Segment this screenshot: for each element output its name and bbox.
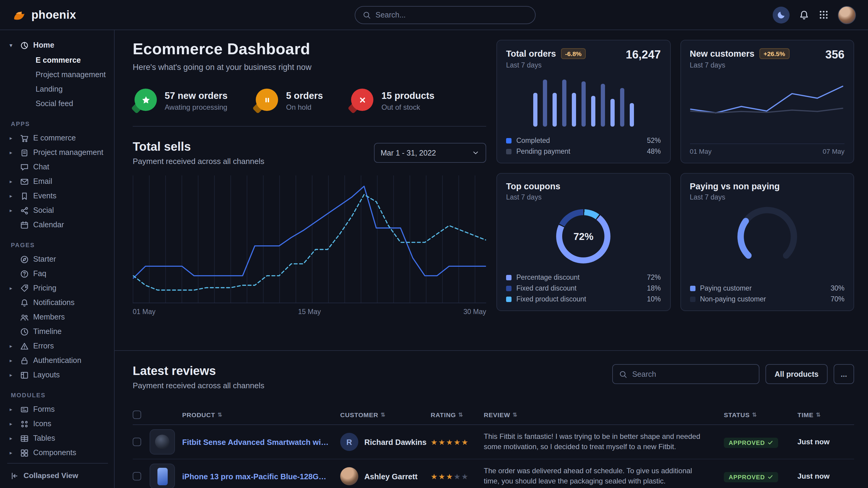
sidebar-item-forms[interactable]: ▸ Forms xyxy=(7,402,108,417)
new-customers-line-chart xyxy=(690,77,844,129)
collapse-sidebar-icon xyxy=(10,471,19,480)
sidebar-item-starter[interactable]: Starter xyxy=(7,252,108,266)
sidebar-item-social[interactable]: ▸ Social xyxy=(7,203,108,218)
sidebar-section-apps: APPS xyxy=(11,121,108,127)
phoenix-logo-icon xyxy=(12,7,27,22)
order-bar xyxy=(620,88,624,127)
layout-icon xyxy=(20,370,29,380)
product-link[interactable]: iPhone 13 pro max-Pacific Blue-128GB sto… xyxy=(182,472,340,481)
stat-value: 5 orders xyxy=(286,90,323,101)
sidebar-item-members[interactable]: Members xyxy=(7,310,108,324)
theme-toggle-button[interactable] xyxy=(773,6,789,23)
reviews-search-input[interactable] xyxy=(632,370,753,378)
product-link[interactable]: Fitbit Sense Advanced Smartwatch with To… xyxy=(182,437,340,446)
customer-cell: Ashley Garrett xyxy=(340,467,431,485)
caret-down-icon: ▾ xyxy=(10,42,16,48)
card-title: Paying vs non paying xyxy=(690,182,780,191)
message-icon xyxy=(20,162,29,171)
column-header-rating[interactable]: RATING ⇅ xyxy=(431,411,484,418)
sidebar-item-icons[interactable]: ▸ Icons xyxy=(7,417,108,431)
sidebar-item-email[interactable]: ▸ Email xyxy=(7,174,108,189)
chevron-down-icon xyxy=(472,149,479,157)
sidebar-item-project-management[interactable]: Project management xyxy=(7,67,108,82)
x-tick: 07 May xyxy=(823,148,844,155)
caret-right-icon: ▸ xyxy=(10,150,16,156)
caret-right-icon: ▸ xyxy=(10,421,16,427)
sidebar-item-label: Timeline xyxy=(33,327,62,336)
navbar-search[interactable] xyxy=(354,6,535,24)
caret-right-icon: ▸ xyxy=(10,285,16,291)
customer-avatar: R xyxy=(340,433,358,451)
sidebar-item-tables[interactable]: ▸ Tables xyxy=(7,431,108,446)
top-navbar: phoenix xyxy=(0,0,868,30)
bell-icon xyxy=(799,9,809,20)
legend-value: 70% xyxy=(831,295,844,303)
legend-value: 48% xyxy=(647,148,661,155)
review-row[interactable]: Fitbit Sense Advanced Smartwatch with To… xyxy=(133,425,854,459)
collapsed-view-toggle[interactable]: Collapsed View xyxy=(7,463,108,488)
column-header-customer[interactable]: CUSTOMER ⇅ xyxy=(340,411,431,418)
column-header-review[interactable]: REVIEW ⇅ xyxy=(484,411,724,418)
navbar-actions xyxy=(773,6,856,24)
sidebar-item-label: Calendar xyxy=(33,221,64,229)
legend-fixed-product-discount: Fixed product discount 10% xyxy=(506,295,661,303)
clipboard-icon xyxy=(20,148,29,157)
caret-right-icon: ▸ xyxy=(10,178,16,185)
sidebar-item-notifications[interactable]: Notifications xyxy=(7,295,108,310)
notifications-button[interactable] xyxy=(799,9,809,20)
x-tick: 01 May xyxy=(690,148,711,155)
sidebar-item-errors[interactable]: ▸ Errors xyxy=(7,339,108,353)
bookmark-icon xyxy=(20,191,29,200)
caret-right-icon: ▸ xyxy=(10,406,16,412)
customer-name: Richard Dawkins xyxy=(364,437,427,446)
sidebar-item-home[interactable]: ▾ Home xyxy=(7,37,108,53)
chevron-down-icon xyxy=(472,149,479,157)
sidebar-item-project-management[interactable]: ▸ Project management xyxy=(7,145,108,160)
sidebar-item-e-commerce[interactable]: ▸ E commerce xyxy=(7,131,108,145)
sidebar-item-pricing[interactable]: ▸ Pricing xyxy=(7,281,108,295)
column-header-product[interactable]: PRODUCT ⇅ xyxy=(182,411,340,418)
sidebar-item-authentication[interactable]: ▸ Authentication xyxy=(7,353,108,368)
sort-icon: ⇅ xyxy=(752,412,757,418)
row-checkbox[interactable] xyxy=(133,438,141,446)
rating-stars: ★★★★★ xyxy=(431,437,484,446)
sidebar-item-chat[interactable]: Chat xyxy=(7,160,108,174)
sidebar-item-label: Members xyxy=(33,313,65,321)
stat-on-hold: 5 orders On hold xyxy=(254,89,323,113)
brand[interactable]: phoenix xyxy=(12,7,76,22)
reviews-subtitle: Payment received across all channels xyxy=(133,381,264,390)
new-customers-x-axis: 01 May 07 May xyxy=(690,143,844,155)
stat-label: On hold xyxy=(286,103,323,111)
date-range-select[interactable]: Mar 1 - 31, 2022 xyxy=(374,143,486,163)
sidebar-item-timeline[interactable]: Timeline xyxy=(7,324,108,339)
total-orders-card: Total orders -6.8% Last 7 days 16,247 Co… xyxy=(496,40,671,163)
sidebar-item-e-commerce[interactable]: E commerce xyxy=(7,53,108,67)
form-icon xyxy=(20,405,29,414)
sidebar-item-social-feed[interactable]: Social feed xyxy=(7,96,108,111)
sidebar-item-components[interactable]: ▸ Components xyxy=(7,446,108,460)
reviews-search[interactable] xyxy=(612,364,760,384)
sidebar-item-events[interactable]: ▸ Events xyxy=(7,189,108,203)
row-checkbox[interactable] xyxy=(133,472,141,481)
select-all-checkbox[interactable] xyxy=(133,410,141,419)
review-row[interactable]: iPhone 13 pro max-Pacific Blue-128GB sto… xyxy=(133,459,854,488)
navbar-search-input[interactable] xyxy=(375,11,527,19)
order-bar xyxy=(553,93,557,127)
sidebar-item-faq[interactable]: Faq xyxy=(7,266,108,281)
apps-grid-button[interactable] xyxy=(818,10,829,20)
caret-right-icon: ▸ xyxy=(10,193,16,199)
legend-label: Fixed card discount xyxy=(516,285,576,292)
sidebar-item-label: E commerce xyxy=(33,134,76,142)
column-header-time[interactable]: TIME ⇅ xyxy=(798,411,854,418)
column-header-status[interactable]: STATUS ⇅ xyxy=(724,411,798,418)
sidebar-item-layouts[interactable]: ▸ Layouts xyxy=(7,368,108,382)
more-options-button[interactable]: ... xyxy=(834,364,854,384)
sidebar-item-calendar[interactable]: Calendar xyxy=(7,218,108,232)
reviews-table-body: Fitbit Sense Advanced Smartwatch with To… xyxy=(133,425,854,488)
product-thumbnail xyxy=(150,429,175,455)
user-avatar[interactable] xyxy=(838,6,856,24)
calendar-icon xyxy=(20,220,29,229)
sidebar-item-landing[interactable]: Landing xyxy=(7,82,108,96)
brand-name: phoenix xyxy=(31,8,76,22)
all-products-button[interactable]: All products xyxy=(766,364,828,384)
